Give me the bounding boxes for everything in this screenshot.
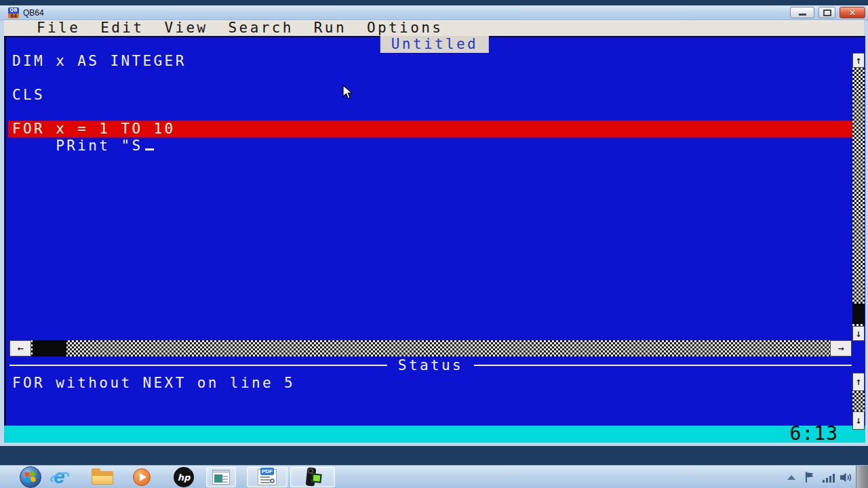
scroll-right-button[interactable]: →	[830, 340, 852, 357]
mouse-cursor	[342, 85, 353, 100]
code-editor[interactable]: DIM x AS INTEGERCLSFOR x = 1 TO 10 PRint…	[8, 53, 852, 155]
hp-icon: hp	[174, 467, 194, 487]
scroll-left-icon: ←	[17, 344, 23, 354]
windows-flag-icon	[24, 471, 37, 483]
text-cursor	[145, 148, 154, 150]
code-text: DIM x AS INTEGER	[12, 53, 186, 69]
media-player-icon	[133, 468, 151, 486]
editor-area: Untitled DIM x AS INTEGERCLSFOR x = 1 TO…	[4, 36, 865, 426]
code-line[interactable]	[8, 104, 852, 121]
scroll-up-icon: ↑	[855, 56, 861, 66]
camera-app-taskbar-button[interactable]	[290, 467, 335, 487]
magnifier-icon	[270, 479, 275, 483]
menu-item[interactable]: View	[164, 20, 208, 36]
pdf-badge: PDF	[260, 468, 274, 475]
horizontal-scrollbar[interactable]: ← →	[9, 340, 852, 357]
media-player-button[interactable]	[132, 466, 152, 488]
network-button[interactable]	[821, 466, 837, 488]
status-scroll-up-button[interactable]: ↑	[852, 373, 865, 391]
qb64-app-icon: QB 64	[8, 7, 19, 18]
cursor-position: 6:13	[790, 424, 838, 443]
pdf-document-icon: PDF	[258, 469, 277, 485]
status-divider: Status	[9, 365, 852, 366]
start-orb-icon	[20, 466, 41, 488]
play-icon	[140, 473, 146, 481]
speaker-icon	[840, 472, 852, 483]
show-hidden-icons-button[interactable]	[785, 466, 797, 488]
qb64-taskbar-button[interactable]	[206, 467, 236, 487]
volume-button[interactable]	[838, 466, 853, 488]
internet-explorer-button[interactable]: e	[50, 466, 72, 488]
minimize-button[interactable]	[790, 7, 814, 18]
status-scroll-down-icon: ↓	[855, 415, 861, 426]
code-line[interactable]: FOR x = 1 TO 10	[8, 121, 852, 138]
status-scroll-up-icon: ↑	[855, 377, 861, 387]
horizontal-scroll-track[interactable]	[31, 340, 830, 357]
folder-icon	[92, 469, 113, 485]
document-title: Untitled	[380, 36, 489, 53]
titlebar[interactable]: QB 64 QB64 ✕	[0, 5, 868, 20]
status-scroll-down-button[interactable]: ↓	[852, 411, 865, 430]
minimize-icon	[799, 14, 806, 16]
scroll-up-button[interactable]: ↑	[852, 53, 865, 68]
status-scroll-track[interactable]	[852, 391, 865, 411]
close-button[interactable]: ✕	[840, 7, 865, 18]
code-text: PRint "S	[12, 138, 143, 154]
app-window-icon	[212, 470, 230, 485]
internet-explorer-icon: e	[51, 467, 71, 487]
restore-button[interactable]	[818, 7, 835, 18]
vertical-scroll-thumb[interactable]	[852, 304, 865, 324]
code-line[interactable]: CLS	[8, 87, 852, 104]
pdf-reader-taskbar-button[interactable]: PDF	[247, 467, 288, 487]
restore-icon	[823, 9, 831, 16]
start-button[interactable]	[19, 466, 42, 488]
status-scrollbar[interactable]: ↑ ↓	[852, 373, 865, 430]
window-border-bottom	[0, 443, 868, 446]
scroll-down-icon: ↓	[855, 329, 861, 339]
qb64-icon-bottom: 64	[8, 14, 19, 18]
taskbar: e hp PDF	[0, 465, 868, 488]
status-message: FOR without NEXT on line 5	[8, 375, 295, 392]
scroll-right-icon: →	[837, 344, 844, 354]
close-icon: ✕	[849, 8, 856, 18]
code-text: FOR x = 1 TO 10	[12, 121, 176, 137]
menu-item[interactable]: Search	[229, 20, 294, 36]
horizontal-scroll-thumb[interactable]	[33, 340, 66, 357]
menu-item[interactable]: Options	[367, 20, 443, 36]
menu-item[interactable]: File	[37, 20, 80, 36]
code-line[interactable]	[8, 70, 852, 87]
desktop: QB 64 QB64 ✕ FileEditViewSearchRunOption…	[0, 0, 868, 488]
menu-bar: FileEditViewSearchRunOptions	[0, 20, 868, 36]
camera-icon	[301, 467, 324, 487]
qb64-icon-top: QB	[8, 7, 19, 14]
menu-item[interactable]: Edit	[100, 20, 144, 36]
menu-item[interactable]: Run	[314, 20, 347, 36]
file-explorer-button[interactable]	[91, 466, 114, 488]
code-text: CLS	[12, 87, 45, 103]
vertical-scrollbar[interactable]: ↑ ↓	[852, 53, 865, 341]
code-line[interactable]: DIM x AS INTEGER	[8, 53, 852, 70]
show-desktop-button[interactable]	[856, 466, 868, 488]
action-center-button[interactable]	[803, 466, 816, 488]
ide-status-line: 6:13	[4, 426, 865, 443]
scroll-down-button[interactable]: ↓	[852, 326, 865, 341]
scroll-left-button[interactable]: ←	[9, 340, 31, 357]
hp-button[interactable]: hp	[172, 466, 195, 488]
code-line[interactable]: PRint "S	[8, 138, 852, 155]
window-controls: ✕	[790, 7, 865, 18]
window-title: QB64	[23, 8, 44, 18]
flag-icon	[804, 471, 815, 483]
up-arrow-icon	[787, 475, 795, 480]
status-panel-title: Status	[387, 357, 474, 375]
editor-inner-edge-left	[4, 36, 6, 426]
vertical-scroll-track[interactable]	[852, 68, 865, 326]
